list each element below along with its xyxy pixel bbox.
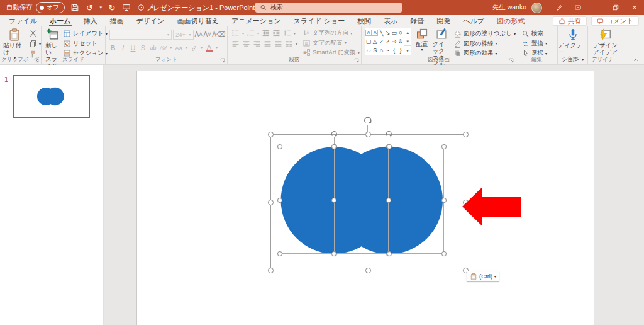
close-button[interactable]: × xyxy=(625,0,644,15)
restore-button[interactable] xyxy=(606,0,625,15)
shape-gallery-item-oval[interactable]: ○ xyxy=(397,28,404,37)
shape-gallery-item-rounded-rectangle[interactable]: ▢ xyxy=(365,37,372,46)
quick-styles-button[interactable]: クイック スタイル ▾ xyxy=(433,28,450,57)
new-slide-button[interactable]: 新しい スライド ▾ xyxy=(45,28,59,57)
ribbon-display-options-icon[interactable] xyxy=(569,0,587,15)
drawing-dialog-launcher-icon[interactable] xyxy=(508,57,514,64)
decrease-indent-icon[interactable] xyxy=(262,29,270,37)
dictation-button[interactable]: ディクテー ション ▾ xyxy=(558,28,587,57)
paste-options-button[interactable]: (Ctrl)▾ xyxy=(467,271,499,282)
save-icon[interactable] xyxy=(70,3,79,12)
columns-icon[interactable] xyxy=(285,40,293,48)
shape-gallery-item-elbow-connector[interactable]: Z xyxy=(378,37,384,46)
undo-dropdown-icon[interactable]: ▾ xyxy=(99,5,102,10)
slide-canvas[interactable]: (Ctrl)▾ xyxy=(136,71,594,325)
selection-handle[interactable] xyxy=(441,144,447,149)
line-spacing-icon[interactable] xyxy=(283,29,291,37)
increase-indent-icon[interactable] xyxy=(272,29,280,37)
ribbon-tab[interactable]: 図の形式 xyxy=(491,15,531,26)
italic-button[interactable]: I xyxy=(119,44,126,52)
shape-gallery-item-block-arrow-down[interactable]: ⇩ xyxy=(397,37,404,46)
font-name-combo[interactable]: ▾ xyxy=(109,30,172,40)
selection-handle[interactable] xyxy=(387,251,392,256)
shape-gallery-item-curve[interactable]: ~ xyxy=(385,46,391,55)
clear-format-icon[interactable]: A⌫ xyxy=(212,31,225,38)
increase-font-icon[interactable]: A˄ xyxy=(195,31,203,38)
copy-icon[interactable] xyxy=(29,40,37,48)
ribbon-tab[interactable]: 録音 xyxy=(404,15,430,26)
ribbon-tab[interactable]: アニメーション xyxy=(225,15,287,26)
shape-gallery-item-rectangle[interactable]: ▭ xyxy=(391,28,397,37)
selection-handle[interactable] xyxy=(277,251,282,256)
selection-handle[interactable] xyxy=(386,198,391,203)
rotate-handle-icon[interactable] xyxy=(330,130,338,138)
search-input[interactable]: 検索 xyxy=(255,3,402,13)
strikethrough-button[interactable]: S xyxy=(140,44,147,52)
selection-handle[interactable] xyxy=(268,268,274,273)
ribbon-tab[interactable]: デザイン xyxy=(130,15,171,26)
underline-button[interactable]: U xyxy=(130,44,136,52)
shape-gallery-item-line[interactable]: ╲ xyxy=(378,28,384,37)
change-case-button[interactable]: Aa xyxy=(175,45,182,52)
gallery-scroll-up-icon[interactable]: ▲ xyxy=(404,28,411,37)
selection-handle[interactable] xyxy=(331,251,336,256)
bullets-icon[interactable] xyxy=(231,29,240,37)
char-spacing-button[interactable]: AV xyxy=(160,45,167,51)
selection-handle[interactable] xyxy=(268,132,274,137)
selection-handle[interactable] xyxy=(277,144,282,149)
account-name[interactable]: 先生 wanko xyxy=(492,3,526,12)
font-dialog-launcher-icon[interactable] xyxy=(219,57,226,64)
selection-handle[interactable] xyxy=(268,200,274,205)
comments-button[interactable]: コメント xyxy=(591,16,639,26)
share-button[interactable]: 共有 xyxy=(553,16,587,26)
shape-gallery-item-block-arrow-right[interactable]: ⇨ xyxy=(391,37,397,46)
rotate-handle-icon[interactable] xyxy=(385,130,393,138)
shape-gallery-item-right-brace[interactable]: } xyxy=(397,46,404,55)
undo-icon[interactable]: ↺ xyxy=(85,3,94,12)
ribbon-tab[interactable]: 開発 xyxy=(430,15,457,26)
inking-icon[interactable] xyxy=(550,0,569,15)
shape-gallery-item-arc[interactable]: ∩ xyxy=(378,46,384,55)
autosave-toggle[interactable]: 自動保存 オフ xyxy=(6,2,65,13)
shape-gallery-item-scribble[interactable]: S xyxy=(372,46,378,55)
numbering-icon[interactable]: 12 xyxy=(247,29,255,37)
shape-gallery-item-freeform[interactable]: ▱ xyxy=(365,46,372,55)
text-shadow-button[interactable]: ab xyxy=(150,45,157,51)
font-size-combo[interactable]: 24+▾ xyxy=(173,30,194,40)
clipboard-dialog-launcher-icon[interactable] xyxy=(33,57,40,64)
selected-shapes[interactable] xyxy=(137,71,595,325)
pen-mode-icon[interactable] xyxy=(136,3,145,12)
selection-handle[interactable] xyxy=(277,198,282,203)
align-left-icon[interactable] xyxy=(231,40,240,48)
replace-button[interactable]: 置換▾ xyxy=(521,40,557,48)
ribbon-tab[interactable]: ヘルプ xyxy=(457,15,491,26)
slide-thumbnail[interactable] xyxy=(13,75,90,118)
selection-handle[interactable] xyxy=(441,198,447,203)
slideshow-icon[interactable] xyxy=(122,3,131,12)
shape-gallery-item-line-arrow[interactable]: ↘ xyxy=(385,28,391,37)
shape-gallery-item-left-brace[interactable]: { xyxy=(391,46,397,55)
shape-outline-button[interactable]: 図形の枠線▾ xyxy=(453,40,516,48)
decrease-font-icon[interactable]: A˅ xyxy=(203,31,211,38)
ribbon-tab[interactable]: 表示 xyxy=(377,15,404,26)
selection-handle[interactable] xyxy=(365,132,371,137)
arrange-button[interactable]: 配置▾ xyxy=(414,28,430,57)
gallery-scroll-down-icon[interactable]: ▼ xyxy=(404,37,411,46)
ribbon-tab[interactable]: 校閲 xyxy=(351,15,377,26)
shape-gallery-item-elbow-arrow-connector[interactable]: Z xyxy=(385,37,391,46)
reset-button[interactable]: リセット xyxy=(63,40,108,48)
ribbon-tab[interactable]: ホーム xyxy=(43,15,77,26)
paragraph-dialog-launcher-icon[interactable] xyxy=(353,57,360,64)
font-color-button[interactable]: A xyxy=(206,44,213,52)
find-button[interactable]: 検索 xyxy=(521,30,557,38)
distribute-icon[interactable] xyxy=(274,40,282,48)
design-ideas-button[interactable]: デザイン アイデア xyxy=(593,28,618,57)
text-direction-button[interactable]: A文字列の方向▾ xyxy=(303,29,360,37)
ribbon-tab[interactable]: 画面切り替え xyxy=(171,15,226,26)
shape-gallery-item-isosceles-triangle[interactable]: △ xyxy=(372,37,378,46)
ribbon-tab[interactable]: スライド ショー xyxy=(287,15,352,26)
selection-handle[interactable] xyxy=(365,268,371,273)
highlight-color-icon[interactable] xyxy=(191,45,197,52)
rotate-handle-icon[interactable] xyxy=(363,115,373,125)
cut-icon[interactable] xyxy=(29,29,37,37)
